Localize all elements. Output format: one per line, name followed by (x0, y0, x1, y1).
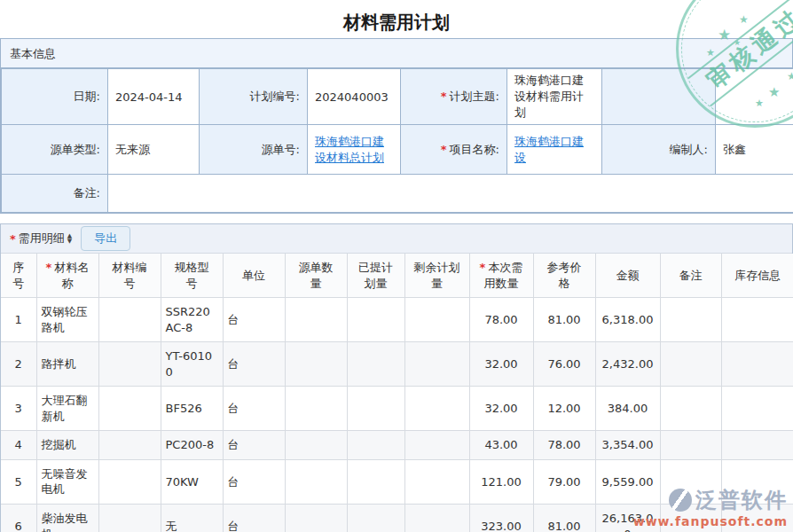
required-mark: * (441, 90, 447, 103)
basic-info-form: 日期: 2024-04-14 计划编号: 2024040003 *计划主题: 珠… (1, 68, 793, 213)
table-cell (347, 505, 404, 532)
date-label: 日期: (2, 69, 108, 125)
table-cell: 无 (161, 505, 223, 532)
source-no-label: 源单号: (200, 125, 308, 175)
plan-no-label: 计划编号: (200, 69, 308, 125)
column-header: 材料编号 (98, 254, 161, 298)
source-no-value: 珠海鹤港口建设材料总计划 (308, 125, 401, 175)
table-cell: 5 (1, 459, 36, 504)
table-cell (98, 342, 161, 387)
table-cell: 323.00 (469, 505, 533, 532)
table-cell (98, 298, 161, 342)
detail-toolbar: * 需用明细 ▲ ▼ 导出 (1, 224, 792, 254)
detail-header-row: 序号*材料名称材料编号规格型号单位源单数量已提计划量剩余计划量*本次需用数量参考… (1, 254, 793, 298)
table-cell: 121.00 (469, 459, 533, 504)
table-cell (347, 431, 404, 460)
table-cell (404, 505, 469, 532)
table-cell (98, 431, 161, 460)
project-name-link[interactable]: 珠海鹤港口建设 (514, 135, 584, 164)
table-cell: 大理石翻新机 (36, 387, 98, 431)
table-cell: 1 (1, 298, 36, 342)
column-header: 已提计划量 (347, 254, 404, 298)
required-mark: * (10, 232, 16, 246)
compiler-value: 张鑫 (716, 125, 793, 175)
date-value: 2024-04-14 (108, 69, 200, 125)
column-header: 序号 (1, 254, 36, 298)
project-name-value: 珠海鹤港口建设 (507, 125, 602, 175)
table-cell (285, 342, 347, 387)
table-cell: 双钢轮压路机 (36, 298, 98, 342)
column-header: *本次需用数量 (469, 254, 533, 298)
table-cell (721, 342, 793, 387)
table-cell (404, 298, 469, 342)
sort-down-icon: ▼ (67, 239, 72, 244)
basic-info-header: 基本信息 (1, 39, 792, 68)
column-header: 参考价格 (533, 254, 595, 298)
table-cell: 台 (223, 459, 285, 504)
table-row: 5无噪音发电机70KW台121.0079.009,559.00 (1, 459, 793, 504)
table-cell (285, 298, 347, 342)
table-cell (98, 387, 161, 431)
table-cell: 台 (223, 387, 285, 431)
table-cell: 路拌机 (36, 342, 98, 387)
table-cell: 81.00 (533, 505, 595, 532)
table-cell: 43.00 (469, 431, 533, 460)
table-cell (721, 505, 793, 532)
sort-icon[interactable]: ▲ ▼ (67, 233, 72, 244)
table-cell: 柴油发电机 (36, 505, 98, 532)
detail-section-title: * 需用明细 ▲ ▼ (10, 231, 72, 246)
remark-label: 备注: (2, 175, 108, 213)
plan-subject-value: 珠海鹤港口建设材料需用计划 (507, 69, 602, 125)
empty-label-cell (602, 69, 716, 125)
table-cell (660, 342, 721, 387)
table-cell: 384.00 (595, 387, 660, 431)
column-header: 备注 (660, 254, 721, 298)
table-cell: SSR220AC-8 (161, 298, 223, 342)
table-cell (347, 459, 404, 504)
table-cell: 81.00 (533, 298, 595, 342)
source-type-value: 无来源 (108, 125, 200, 175)
required-mark: * (441, 143, 447, 156)
table-cell (285, 459, 347, 504)
table-cell: 32.00 (469, 342, 533, 387)
export-button[interactable]: 导出 (81, 226, 130, 251)
table-cell (721, 431, 793, 460)
table-cell: 台 (223, 505, 285, 532)
table-cell: 76.00 (533, 342, 595, 387)
table-cell (285, 431, 347, 460)
table-cell: 台 (223, 298, 285, 342)
table-cell: 2 (1, 342, 36, 387)
table-cell (404, 387, 469, 431)
table-cell (660, 387, 721, 431)
table-cell: 台 (223, 342, 285, 387)
table-cell (721, 298, 793, 342)
remark-value (108, 175, 793, 213)
source-type-label: 源单类型: (2, 125, 108, 175)
table-cell: 6 (1, 505, 36, 532)
table-cell: 78.00 (533, 431, 595, 460)
table-cell: 挖掘机 (36, 431, 98, 460)
project-name-label: *项目名称: (401, 125, 507, 175)
table-cell: YT-60100 (161, 342, 223, 387)
column-header: *材料名称 (36, 254, 98, 298)
table-cell: 3,354.00 (595, 431, 660, 460)
table-row: 2路拌机YT-60100台32.0076.002,432.00 (1, 342, 793, 387)
table-cell: 9,559.00 (595, 459, 660, 504)
empty-value-cell (716, 69, 793, 125)
table-row: 6柴油发电机无台323.0081.0026,163.00 (1, 505, 793, 532)
plan-no-value: 2024040003 (308, 69, 401, 125)
table-cell: 2,432.00 (595, 342, 660, 387)
table-cell: PC200-8 (161, 431, 223, 460)
detail-body: 1双钢轮压路机SSR220AC-8台78.0081.006,318.002路拌机… (1, 298, 793, 532)
plan-subject-label: *计划主题: (401, 69, 507, 125)
table-cell: 12.00 (533, 387, 595, 431)
table-cell (404, 459, 469, 504)
table-cell: 台 (223, 431, 285, 460)
table-cell (98, 505, 161, 532)
table-row: 1双钢轮压路机SSR220AC-8台78.0081.006,318.00 (1, 298, 793, 342)
form-row: 源单类型: 无来源 源单号: 珠海鹤港口建设材料总计划 *项目名称: 珠海鹤港口… (2, 125, 793, 175)
column-header: 库存信息 (721, 254, 793, 298)
column-header: 规格型号 (161, 254, 223, 298)
source-no-link[interactable]: 珠海鹤港口建设材料总计划 (315, 135, 384, 164)
table-cell (721, 459, 793, 504)
